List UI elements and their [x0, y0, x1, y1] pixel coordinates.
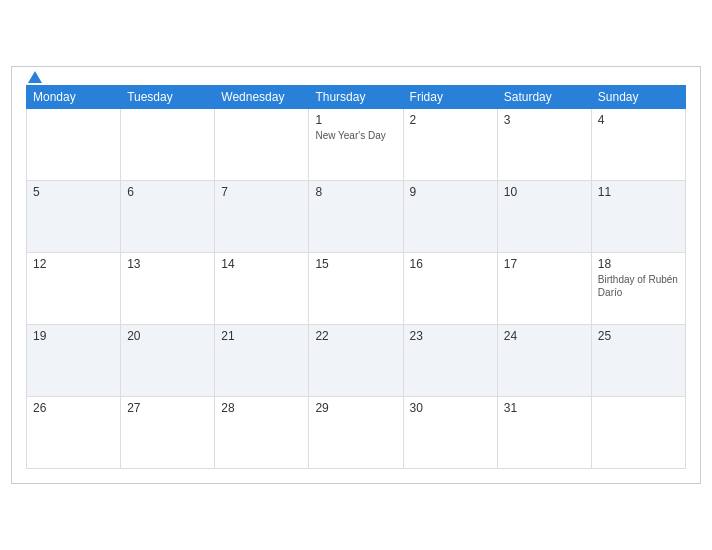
calendar-week-row: 12131415161718Birthday of Rubén Darío	[27, 253, 686, 325]
calendar-cell: 7	[215, 181, 309, 253]
calendar-cell: 23	[403, 325, 497, 397]
day-number: 16	[410, 257, 491, 271]
day-number: 12	[33, 257, 114, 271]
day-number: 8	[315, 185, 396, 199]
calendar-cell: 4	[591, 109, 685, 181]
day-number: 5	[33, 185, 114, 199]
calendar-cell	[215, 109, 309, 181]
day-number: 31	[504, 401, 585, 415]
calendar-cell: 22	[309, 325, 403, 397]
weekday-header-tuesday: Tuesday	[121, 86, 215, 109]
calendar-cell: 17	[497, 253, 591, 325]
calendar-cell: 25	[591, 325, 685, 397]
day-number: 21	[221, 329, 302, 343]
day-number: 13	[127, 257, 208, 271]
calendar-cell: 8	[309, 181, 403, 253]
calendar-week-row: 262728293031	[27, 397, 686, 469]
calendar-cell: 1New Year's Day	[309, 109, 403, 181]
calendar-cell: 3	[497, 109, 591, 181]
day-number: 1	[315, 113, 396, 127]
calendar-cell: 6	[121, 181, 215, 253]
day-number: 19	[33, 329, 114, 343]
calendar-cell: 14	[215, 253, 309, 325]
weekday-header-sunday: Sunday	[591, 86, 685, 109]
day-number: 24	[504, 329, 585, 343]
calendar-cell: 2	[403, 109, 497, 181]
calendar-cell: 28	[215, 397, 309, 469]
calendar-week-row: 567891011	[27, 181, 686, 253]
day-number: 4	[598, 113, 679, 127]
day-number: 25	[598, 329, 679, 343]
weekday-header-thursday: Thursday	[309, 86, 403, 109]
day-number: 2	[410, 113, 491, 127]
calendar-week-row: 19202122232425	[27, 325, 686, 397]
calendar-cell: 13	[121, 253, 215, 325]
day-number: 29	[315, 401, 396, 415]
day-number: 17	[504, 257, 585, 271]
calendar-cell: 26	[27, 397, 121, 469]
calendar-cell: 18Birthday of Rubén Darío	[591, 253, 685, 325]
day-number: 22	[315, 329, 396, 343]
calendar-cell: 29	[309, 397, 403, 469]
calendar-cell: 20	[121, 325, 215, 397]
weekday-header-row: MondayTuesdayWednesdayThursdayFridaySatu…	[27, 86, 686, 109]
calendar-cell: 5	[27, 181, 121, 253]
day-number: 23	[410, 329, 491, 343]
holiday-label: New Year's Day	[315, 129, 396, 142]
day-number: 18	[598, 257, 679, 271]
calendar-cell: 24	[497, 325, 591, 397]
calendar-cell	[591, 397, 685, 469]
calendar-cell: 31	[497, 397, 591, 469]
day-number: 27	[127, 401, 208, 415]
calendar-cell: 19	[27, 325, 121, 397]
day-number: 11	[598, 185, 679, 199]
calendar-cell	[121, 109, 215, 181]
calendar-cell: 16	[403, 253, 497, 325]
calendar-cell: 9	[403, 181, 497, 253]
calendar-cell: 21	[215, 325, 309, 397]
day-number: 15	[315, 257, 396, 271]
calendar-cell: 27	[121, 397, 215, 469]
day-number: 3	[504, 113, 585, 127]
calendar-cell: 12	[27, 253, 121, 325]
weekday-header-friday: Friday	[403, 86, 497, 109]
day-number: 7	[221, 185, 302, 199]
logo-triangle-icon	[28, 71, 42, 83]
calendar-cell: 11	[591, 181, 685, 253]
day-number: 20	[127, 329, 208, 343]
calendar-cell	[27, 109, 121, 181]
weekday-header-saturday: Saturday	[497, 86, 591, 109]
calendar-container: MondayTuesdayWednesdayThursdayFridaySatu…	[11, 66, 701, 484]
weekday-header-monday: Monday	[27, 86, 121, 109]
logo	[26, 71, 42, 83]
calendar-cell: 15	[309, 253, 403, 325]
logo-line	[26, 71, 42, 83]
calendar-cell: 30	[403, 397, 497, 469]
weekday-header-wednesday: Wednesday	[215, 86, 309, 109]
day-number: 6	[127, 185, 208, 199]
calendar-cell: 10	[497, 181, 591, 253]
day-number: 30	[410, 401, 491, 415]
day-number: 9	[410, 185, 491, 199]
day-number: 28	[221, 401, 302, 415]
calendar-week-row: 1New Year's Day234	[27, 109, 686, 181]
day-number: 26	[33, 401, 114, 415]
holiday-label: Birthday of Rubén Darío	[598, 273, 679, 299]
calendar-grid: MondayTuesdayWednesdayThursdayFridaySatu…	[26, 85, 686, 469]
day-number: 10	[504, 185, 585, 199]
day-number: 14	[221, 257, 302, 271]
